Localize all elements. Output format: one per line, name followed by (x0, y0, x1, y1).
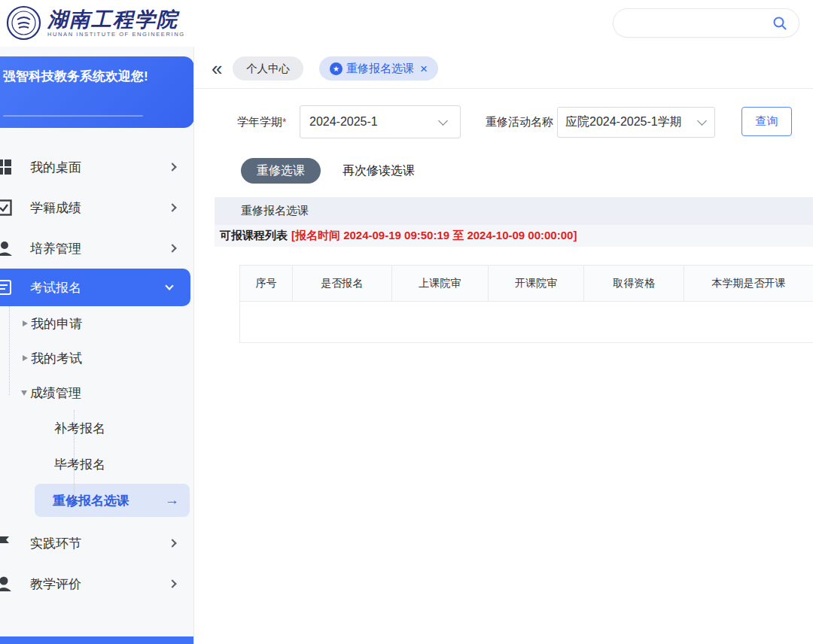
chevron-down-icon (165, 281, 173, 290)
chevron-right-icon (168, 579, 176, 588)
welcome-divider (3, 115, 143, 117)
registration-time-range: [报名时间 2024-09-19 09:50:19 至 2024-10-09 0… (291, 229, 577, 243)
table-header-row: 序号 是否报名 上课院审 开课院审 取得资格 本学期是否开课 (240, 266, 813, 302)
sidebar-item-records[interactable]: 学籍成绩 (0, 187, 193, 228)
caret-down-icon (21, 390, 27, 396)
university-logo: 湖南工程学院 HUNAN INSTITUTE OF ENGINEERING (6, 5, 185, 41)
submenu-item-graduation-exam[interactable]: 毕考报名 (0, 446, 193, 482)
col-class-college-review: 上课院审 (392, 266, 489, 301)
chevron-right-icon (168, 539, 176, 547)
col-offered-this-semester: 本学期是否开课 (684, 266, 813, 301)
required-mark: * (282, 116, 286, 128)
col-qualification: 取得资格 (584, 266, 684, 301)
semester-select[interactable]: 2024-2025-1 (300, 105, 461, 138)
submenu-item-my-exams[interactable]: 我的考试 (0, 341, 193, 375)
col-registered: 是否报名 (293, 266, 392, 301)
exam-submenu: 我的申请 我的考试 成绩管理 补考报名 毕考报名 重修报名选课 → (0, 306, 193, 517)
chevron-right-icon (168, 203, 176, 211)
main-content: « 个人中心 ★ 重修报名选课 × 学年学期* 2024-2025-1 重修活动… (195, 47, 813, 644)
university-name-en: HUNAN INSTITUTE OF ENGINEERING (47, 31, 185, 38)
table-empty-row (240, 302, 813, 343)
sidebar-menu: 我的桌面 学籍成绩 培养管理 考试报名 (0, 147, 193, 604)
submenu-item-my-application[interactable]: 我的申请 (0, 306, 193, 341)
submenu-item-grade-management[interactable]: 成绩管理 (0, 375, 193, 410)
col-offering-college-review: 开课院审 (489, 266, 585, 301)
tab-restudy-course[interactable]: 再次修读选课 (343, 158, 415, 184)
chevron-right-icon (168, 244, 176, 252)
search-icon[interactable] (772, 15, 788, 32)
activity-select[interactable]: 应院2024-2025-1学期 (557, 107, 715, 138)
evaluation-icon (0, 576, 30, 592)
sidebar-item-evaluation[interactable]: 教学评价 (0, 564, 193, 604)
search-input[interactable] (613, 8, 799, 38)
collapse-icon[interactable]: « (212, 57, 222, 80)
course-list-title: 可报课程列表 (220, 229, 288, 243)
welcome-banner: 强智科技教务系统欢迎您! (0, 56, 194, 128)
sidebar: 强智科技教务系统欢迎您! 我的桌面 学籍成绩 培养管理 (0, 47, 194, 644)
welcome-text: 强智科技教务系统欢迎您! (0, 56, 194, 87)
star-icon: ★ (330, 62, 343, 75)
chevron-down-icon (438, 116, 448, 126)
section-header: 重修报名选课 (215, 197, 813, 225)
col-index: 序号 (240, 266, 293, 301)
training-icon (0, 240, 30, 257)
transcript-icon (0, 199, 30, 216)
course-table: 序号 是否报名 上课院审 开课院审 取得资格 本学期是否开课 (239, 265, 813, 343)
caret-right-icon (23, 320, 28, 327)
sidebar-item-training[interactable]: 培养管理 (0, 228, 193, 269)
tabbar-divider (195, 88, 813, 89)
tree-line (9, 306, 10, 395)
semester-label: 学年学期* (237, 105, 286, 138)
university-seal-icon (6, 5, 41, 41)
submenu-item-makeup-exam[interactable]: 补考报名 (0, 410, 193, 446)
sidebar-item-exam-registration[interactable]: 考试报名 (0, 269, 190, 306)
activity-label: 重修活动名称 (486, 105, 553, 138)
university-name: 湖南工程学院 (47, 9, 185, 30)
practice-icon (0, 535, 30, 551)
tab-retake-course[interactable]: 重修选课 (241, 158, 321, 184)
top-header: 湖南工程学院 HUNAN INSTITUTE OF ENGINEERING (0, 0, 813, 47)
chevron-right-icon (168, 163, 176, 171)
caret-right-icon (23, 355, 28, 361)
exam-icon (0, 279, 30, 296)
arrow-right-icon: → (165, 492, 179, 509)
tab-retake-selection[interactable]: ★ 重修报名选课 × (319, 56, 438, 80)
course-list-info: 可报课程列表 [报名时间 2024-09-19 09:50:19 至 2024-… (215, 225, 813, 247)
query-button[interactable]: 查询 (741, 107, 792, 136)
sidebar-item-practice[interactable]: 实践环节 (0, 523, 193, 564)
section-title: 重修报名选课 (241, 204, 309, 218)
tree-line (74, 410, 75, 499)
sidebar-bottom-bar (0, 636, 194, 644)
submenu-item-retake-selection[interactable]: 重修报名选课 → (35, 484, 190, 517)
sidebar-item-desktop[interactable]: 我的桌面 (0, 147, 193, 187)
desktop-icon (0, 159, 30, 175)
tab-personal-center[interactable]: 个人中心 (233, 56, 303, 80)
close-icon[interactable]: × (420, 62, 428, 75)
